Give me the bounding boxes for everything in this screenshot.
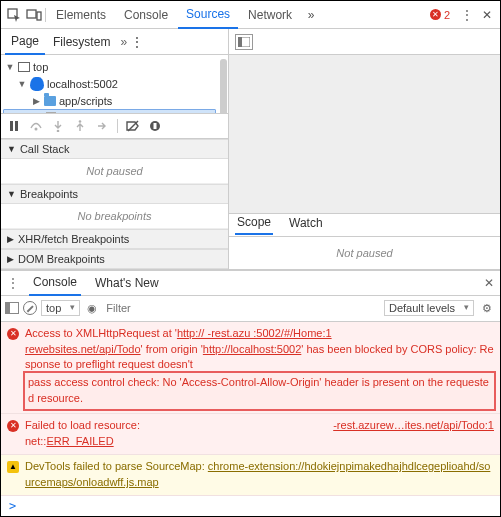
live-expression-icon[interactable]: ◉ bbox=[84, 302, 100, 315]
chevron-down-icon: ▼ bbox=[17, 79, 27, 89]
show-navigator-icon[interactable] bbox=[235, 34, 253, 50]
sources-panel: Page Filesystem » ⋮ ▼ top ▼ localhost:50… bbox=[1, 29, 500, 270]
deactivate-bp-icon[interactable] bbox=[126, 119, 140, 133]
console-toolbar: top ◉ Default levels ⚙ bbox=[1, 296, 500, 322]
drawer-tabbar: ⋮ Console What's New ✕ bbox=[1, 270, 500, 296]
callstack-body: Not paused bbox=[1, 159, 228, 184]
step-over-icon[interactable] bbox=[29, 119, 43, 133]
context-selector[interactable]: top bbox=[41, 300, 80, 316]
tab-watch[interactable]: Watch bbox=[287, 216, 325, 234]
settings-gear-icon[interactable]: ⚙ bbox=[478, 302, 496, 315]
editor-toolbar bbox=[229, 29, 500, 55]
tree-label: app/scripts bbox=[59, 95, 112, 107]
close-icon[interactable]: ✕ bbox=[478, 6, 496, 24]
tab-network[interactable]: Network bbox=[240, 1, 300, 29]
step-into-icon[interactable] bbox=[51, 119, 65, 133]
tree-label: localhost:5002 bbox=[47, 78, 118, 90]
separator bbox=[117, 119, 118, 133]
svg-rect-12 bbox=[238, 37, 242, 47]
pause-exceptions-icon[interactable] bbox=[148, 119, 162, 133]
clear-console-icon[interactable] bbox=[23, 301, 37, 315]
more-tabs-icon[interactable]: » bbox=[302, 6, 320, 24]
error-icon: ✕ bbox=[7, 420, 19, 432]
console-warning-sourcemap: ▲ DevTools failed to parse SourceMap: ch… bbox=[1, 455, 500, 496]
devtools-top-tabbar: Elements Console Sources Network » ✕ 2 ⋮… bbox=[1, 1, 500, 29]
tree-row-host[interactable]: ▼ localhost:5002 bbox=[3, 75, 226, 93]
tree-label: (index) bbox=[59, 112, 93, 113]
tree-row-folder[interactable]: ▶ app/scripts bbox=[3, 93, 226, 109]
scope-watch-tabs: Scope Watch bbox=[229, 213, 500, 237]
file-icon bbox=[46, 112, 56, 113]
kebab-menu-icon[interactable]: ⋮ bbox=[458, 6, 476, 24]
cors-highlight: pass access control check: No 'Access-Co… bbox=[25, 373, 494, 409]
warning-icon: ▲ bbox=[7, 461, 19, 473]
navigator-tabs: Page Filesystem » ⋮ bbox=[1, 29, 228, 55]
chevron-down-icon: ▼ bbox=[5, 62, 15, 72]
tab-drawer-console[interactable]: Console bbox=[29, 270, 81, 296]
tab-whatsnew[interactable]: What's New bbox=[91, 270, 163, 296]
debugger-toolbar bbox=[1, 113, 228, 139]
error-count: 2 bbox=[444, 9, 450, 21]
tab-scope[interactable]: Scope bbox=[235, 215, 273, 235]
svg-point-6 bbox=[57, 129, 60, 131]
chevron-down-icon: ▼ bbox=[7, 144, 16, 154]
tree-scrollbar[interactable] bbox=[220, 59, 227, 113]
breakpoints-header[interactable]: ▼ Breakpoints bbox=[1, 184, 228, 204]
svg-rect-10 bbox=[154, 123, 157, 129]
levels-selector[interactable]: Default levels bbox=[384, 300, 474, 316]
folder-icon bbox=[44, 96, 56, 106]
filter-input[interactable] bbox=[104, 300, 380, 317]
file-tree: ▼ top ▼ localhost:5002 ▶ app/scripts (in… bbox=[1, 55, 228, 113]
callstack-header[interactable]: ▼ Call Stack bbox=[1, 139, 228, 159]
more-navigator-icon[interactable]: » bbox=[120, 35, 127, 49]
message-text: Access to XMLHttpRequest at 'http:// -re… bbox=[25, 326, 494, 410]
svg-point-5 bbox=[35, 127, 38, 130]
kebab-menu-icon[interactable]: ⋮ bbox=[131, 35, 143, 49]
tree-row-top[interactable]: ▼ top bbox=[3, 59, 226, 75]
device-toolbar-icon[interactable] bbox=[25, 6, 43, 24]
svg-rect-4 bbox=[15, 121, 18, 131]
section-title: DOM Breakpoints bbox=[18, 253, 105, 265]
kebab-menu-icon[interactable]: ⋮ bbox=[7, 276, 19, 290]
svg-rect-3 bbox=[10, 121, 13, 131]
tab-filesystem[interactable]: Filesystem bbox=[47, 29, 116, 55]
chevron-right-icon: ▶ bbox=[7, 254, 14, 264]
error-icon: ✕ bbox=[430, 9, 441, 20]
section-title: Breakpoints bbox=[20, 188, 78, 200]
chevron-right-icon: ▶ bbox=[31, 96, 41, 106]
console-error-cors: ✕ Access to XMLHttpRequest at 'http:// -… bbox=[1, 322, 500, 415]
cloud-icon bbox=[30, 77, 44, 91]
window-icon bbox=[18, 62, 30, 72]
sidebar-toggle-icon[interactable] bbox=[5, 302, 19, 314]
error-icon: ✕ bbox=[7, 328, 19, 340]
error-count-badge[interactable]: ✕ 2 bbox=[424, 9, 456, 21]
dom-bp-header[interactable]: ▶ DOM Breakpoints bbox=[1, 249, 228, 269]
sources-right-column: Scope Watch Not paused bbox=[229, 29, 500, 269]
tree-label: top bbox=[33, 61, 48, 73]
pause-icon[interactable] bbox=[7, 119, 21, 133]
message-text: DevTools failed to parse SourceMap: chro… bbox=[25, 459, 494, 491]
close-icon[interactable]: ✕ bbox=[484, 276, 494, 290]
message-text: Failed to load resource: -rest.azurew…it… bbox=[25, 418, 494, 450]
code-editor-area bbox=[229, 55, 500, 213]
section-title: XHR/fetch Breakpoints bbox=[18, 233, 129, 245]
tab-console[interactable]: Console bbox=[116, 1, 176, 29]
tab-elements[interactable]: Elements bbox=[48, 1, 114, 29]
sources-left-column: Page Filesystem » ⋮ ▼ top ▼ localhost:50… bbox=[1, 29, 229, 269]
svg-rect-1 bbox=[27, 10, 36, 18]
scope-body: Not paused bbox=[229, 237, 500, 269]
inspect-icon[interactable] bbox=[5, 6, 23, 24]
console-prompt[interactable]: > bbox=[1, 496, 500, 516]
tree-row-file[interactable]: (index) bbox=[3, 109, 216, 113]
console-error-load: ✕ Failed to load resource: -rest.azurew…… bbox=[1, 414, 500, 455]
chevron-down-icon: ▼ bbox=[7, 189, 16, 199]
step-icon[interactable] bbox=[95, 119, 109, 133]
step-out-icon[interactable] bbox=[73, 119, 87, 133]
breakpoints-body: No breakpoints bbox=[1, 204, 228, 229]
separator bbox=[45, 8, 46, 22]
xhr-bp-header[interactable]: ▶ XHR/fetch Breakpoints bbox=[1, 229, 228, 249]
tab-page[interactable]: Page bbox=[5, 29, 45, 55]
tab-sources[interactable]: Sources bbox=[178, 1, 238, 29]
section-title: Call Stack bbox=[20, 143, 70, 155]
console-messages: ✕ Access to XMLHttpRequest at 'http:// -… bbox=[1, 322, 500, 496]
